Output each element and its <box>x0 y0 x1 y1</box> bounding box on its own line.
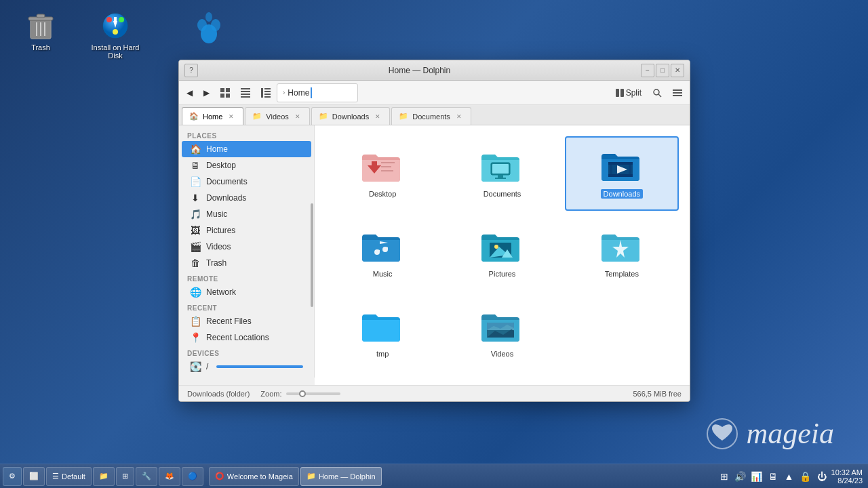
svg-rect-37 <box>673 95 682 96</box>
tab-downloads[interactable]: 📁 Downloads ✕ <box>311 107 390 125</box>
svg-rect-35 <box>673 89 682 91</box>
tab-documents-icon: 📁 <box>399 112 408 121</box>
sidebar-item-videos[interactable]: 🎬 Videos <box>182 239 311 255</box>
svg-rect-42 <box>492 164 509 174</box>
sidebar-item-recent-locations[interactable]: 📍 Recent Locations <box>182 329 311 346</box>
default-btn-icon: ☰ <box>52 472 59 481</box>
zoom-slider[interactable] <box>286 392 340 395</box>
back-button[interactable]: ◀ <box>182 83 197 102</box>
taskbar-default-btn[interactable]: ☰ Default <box>46 467 92 486</box>
tab-documents-close[interactable]: ✕ <box>454 112 464 121</box>
forward-button[interactable]: ▶ <box>199 83 214 102</box>
sidebar-item-home[interactable]: 🏠 Home <box>182 141 311 157</box>
desktop: Trash Install on H <box>0 0 868 488</box>
sidebar-item-trash[interactable]: 🗑 Trash <box>182 255 311 271</box>
tab-downloads-icon: 📁 <box>319 112 328 121</box>
file-item-videos[interactable]: Videos <box>445 296 559 371</box>
svg-rect-19 <box>226 88 230 92</box>
help-button[interactable]: ? <box>184 64 198 77</box>
folder-icon-music <box>361 229 404 267</box>
taskbar-app3-btn[interactable]: 🔧 <box>136 467 157 486</box>
taskbar-filemanager-btn[interactable]: 📁 <box>93 467 115 486</box>
tray-arrow[interactable]: ▲ <box>783 470 796 483</box>
status-location: Downloads (folder) <box>187 390 250 398</box>
sidebar-item-downloads[interactable]: ⬇ Downloads <box>182 190 311 206</box>
sidebar-item-desktop[interactable]: 🖥 Desktop <box>182 157 311 174</box>
tab-videos-close[interactable]: ✕ <box>293 112 302 121</box>
menu-button[interactable] <box>668 83 687 102</box>
svg-rect-26 <box>261 88 263 98</box>
svg-rect-18 <box>220 88 224 92</box>
sidebar-item-pictures[interactable]: 🖼 Pictures <box>182 222 311 239</box>
desktop-icon-trash[interactable]: Trash <box>14 7 68 54</box>
desktop-sidebar-icon: 🖥 <box>190 160 201 171</box>
window-titlebar: ? Home — Dolphin − □ ✕ <box>179 60 690 81</box>
desktop-icon-install[interactable]: Install on Hard Disk <box>88 7 142 62</box>
tray-power[interactable]: ⏻ <box>815 470 829 483</box>
svg-rect-3 <box>37 14 45 18</box>
tab-downloads-label: Downloads <box>332 113 369 121</box>
breadcrumb-current: Home <box>288 88 309 98</box>
tab-home-close[interactable]: ✕ <box>226 112 236 121</box>
svg-rect-21 <box>226 94 230 98</box>
taskbar-app2-btn[interactable]: ⊞ <box>116 467 134 486</box>
breadcrumb-bar[interactable]: › Home <box>277 83 358 102</box>
tab-home-icon: 🏠 <box>189 112 199 121</box>
zoom-control[interactable]: Zoom: <box>260 390 340 398</box>
view-detail-button[interactable] <box>256 83 275 102</box>
taskbar-app5-btn[interactable]: 🔵 <box>182 467 203 486</box>
sidebar-item-documents[interactable]: 📄 Documents <box>182 174 311 190</box>
file-item-documents[interactable]: Documents <box>445 136 559 211</box>
places-header: Places <box>179 128 314 141</box>
zoom-thumb <box>299 390 306 397</box>
sidebar-item-network[interactable]: 🌐 Network <box>182 284 311 300</box>
search-button[interactable] <box>648 83 667 102</box>
sidebar-item-music[interactable]: 🎵 Music <box>182 206 311 222</box>
view-compact-button[interactable] <box>236 83 255 102</box>
sidebar-item-root[interactable]: 💽 / <box>182 359 311 375</box>
sidebar-scrollbar[interactable] <box>311 203 313 307</box>
remote-header: Remote <box>179 271 314 284</box>
tray-bar[interactable]: 📊 <box>750 470 764 483</box>
devices-header: Devices <box>179 346 314 359</box>
sidebar-item-trash-label: Trash <box>206 258 226 268</box>
window-content: Places 🏠 Home 🖥 Desktop 📄 Documents <box>179 125 690 385</box>
taskbar-desktop-btn[interactable]: ⬜ <box>23 467 45 486</box>
maximize-button[interactable]: □ <box>656 64 669 77</box>
split-button[interactable]: Split <box>611 83 646 102</box>
taskbar-menu-btn[interactable]: ⚙ <box>3 467 22 486</box>
tray-sound[interactable]: 🔊 <box>734 470 747 483</box>
tray-virtual-desktop[interactable]: ⊞ <box>717 470 731 483</box>
tab-downloads-close[interactable]: ✕ <box>373 112 382 121</box>
file-item-templates[interactable]: Templates <box>565 216 679 291</box>
tab-documents[interactable]: 📁 Documents ✕ <box>391 107 471 125</box>
sidebar-item-recent-files[interactable]: 📋 Recent Files <box>182 313 311 329</box>
zoom-label: Zoom: <box>260 390 281 398</box>
tray-monitor[interactable]: 🖥 <box>766 470 780 483</box>
file-item-desktop[interactable]: Desktop <box>326 136 439 211</box>
taskbar-welcome-btn[interactable]: ⭕ Welcome to Mageia <box>209 467 299 486</box>
sidebar-item-recent-files-label: Recent Files <box>206 317 252 326</box>
file-item-downloads[interactable]: Downloads <box>565 136 679 211</box>
window-title: Home — Dolphin <box>198 66 641 75</box>
mageia-logo: mageia <box>705 416 834 451</box>
file-item-music[interactable]: Music <box>326 216 439 291</box>
svg-rect-27 <box>264 88 271 89</box>
folder-icon-downloads <box>600 148 644 186</box>
folder-icon-pictures <box>480 229 524 267</box>
clock: 10:32 AM 8/24/23 <box>831 468 863 485</box>
desktop-icon-extra[interactable] <box>189 7 229 47</box>
file-item-tmp[interactable]: tmp <box>326 296 439 371</box>
minimize-button[interactable]: − <box>641 64 654 77</box>
taskbar-dolphin-btn[interactable]: 📁 Home — Dolphin <box>300 467 382 486</box>
tab-videos[interactable]: 📁 Videos ✕ <box>245 107 309 125</box>
svg-point-10 <box>119 17 124 22</box>
tray-lock[interactable]: 🔒 <box>799 470 812 483</box>
file-item-pictures[interactable]: Pictures <box>445 216 559 291</box>
taskbar-firefox-btn[interactable]: 🦊 <box>159 467 180 486</box>
close-button[interactable]: ✕ <box>671 64 684 77</box>
view-icons-button[interactable] <box>216 83 235 102</box>
file-grid: Desktop D <box>315 125 690 385</box>
tab-home[interactable]: 🏠 Home ✕ <box>182 107 243 125</box>
tab-bar: 🏠 Home ✕ 📁 Videos ✕ 📁 Downloads ✕ 📁 Docu… <box>179 105 690 125</box>
